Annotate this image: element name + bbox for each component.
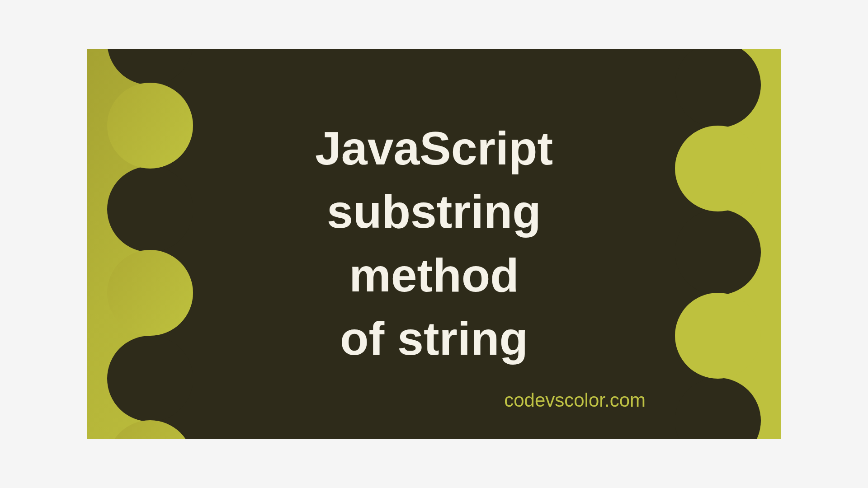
watermark-text: codevscolor.com: [504, 389, 646, 411]
blob-lobe: [675, 378, 761, 439]
title-line: JavaScript: [87, 117, 781, 180]
title-line: method: [87, 244, 781, 307]
blob-lobe: [107, 49, 193, 85]
title-line: substring: [87, 180, 781, 243]
blob-lobe: [675, 49, 761, 128]
promo-banner: JavaScript substring method of string co…: [87, 49, 781, 439]
banner-title: JavaScript substring method of string: [87, 117, 781, 371]
blob-notch: [107, 420, 193, 439]
title-line: of string: [87, 307, 781, 370]
